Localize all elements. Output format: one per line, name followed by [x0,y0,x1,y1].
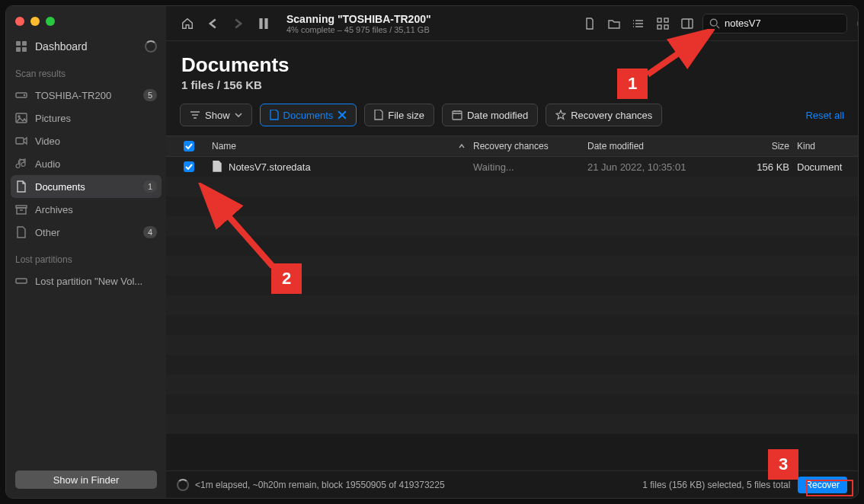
show-in-finder-button[interactable]: Show in Finder [15,471,157,489]
filter-filesize-chip[interactable]: File size [364,104,434,126]
sidebar-item-audio[interactable]: Audio [6,152,166,175]
sidebar: Dashboard Scan results TOSHIBA-TR200 5 P… [6,6,166,498]
back-button[interactable] [203,13,224,34]
svg-rect-11 [16,279,27,283]
row-checkbox[interactable] [174,161,204,172]
minimize-dot[interactable] [30,17,40,26]
home-button[interactable] [177,13,198,34]
col-size[interactable]: Size [725,141,797,152]
footer-spinner-icon [177,479,189,491]
doc-icon [270,110,279,120]
filter-documents-chip[interactable]: Documents [260,104,357,126]
view-folder-button[interactable] [603,13,625,34]
doc-icon [15,180,27,193]
scan-status: Scanning "TOSHIBA-TR200" 4% complete – 4… [286,13,574,34]
filter-bar: Show Documents File size Date modified R… [166,97,858,136]
page-title: Documents [181,53,843,77]
svg-rect-15 [664,18,668,22]
footer-bar: <1m elapsed, ~0h20m remain, block 195509… [166,471,858,498]
annotation-arrow-2 [197,183,280,274]
svg-point-5 [24,94,24,95]
sidebar-item-label: TOSHIBA-TR200 [35,90,111,101]
search-icon [709,18,720,29]
file-icon [212,161,222,173]
svg-rect-3 [22,47,27,52]
svg-rect-16 [658,25,661,29]
filter-recovery-chip[interactable]: Recovery chances [546,104,662,126]
footer-summary: 1 files (156 KB) selected, 5 files total [642,480,790,490]
clear-search-icon[interactable] [857,18,859,29]
filter-date-chip[interactable]: Date modified [442,104,538,126]
row-recovery: Waiting... [473,161,587,173]
svg-point-7 [18,116,20,117]
sidebar-item-archives[interactable]: Archives [6,198,166,221]
sort-asc-icon [458,142,466,150]
scan-spinner-icon [145,40,157,53]
sidebar-item-pictures[interactable]: Pictures [6,107,166,129]
page-subtitle: 1 files / 156 KB [181,78,843,91]
forward-button[interactable] [227,13,248,34]
dashboard-icon [15,40,27,53]
row-date: 21 Jun 2022, 10:35:01 [587,161,725,173]
badge: 5 [143,89,157,101]
app-window: Dashboard Scan results TOSHIBA-TR200 5 P… [5,5,859,499]
dashboard-label: Dashboard [35,40,88,53]
video-icon [15,135,27,147]
svg-point-20 [857,18,859,29]
svg-point-19 [710,19,717,26]
sidebar-dashboard[interactable]: Dashboard [6,35,166,58]
svg-rect-0 [16,41,21,46]
svg-rect-8 [16,138,24,144]
sidebar-item-other[interactable]: Other 4 [6,221,166,244]
col-recovery[interactable]: Recovery chances [473,141,587,152]
svg-rect-21 [453,111,462,120]
search-input[interactable] [725,18,853,29]
annotation-2: 2 [271,263,302,294]
title-block: Documents 1 files / 156 KB [166,41,858,97]
view-doc-button[interactable] [579,13,600,34]
filter-label: Date modified [467,110,528,121]
sidebar-item-label: Documents [35,181,85,193]
pause-button[interactable] [253,13,274,34]
svg-rect-13 [264,18,267,29]
remove-filter-icon[interactable] [338,110,347,120]
filter-icon [190,110,200,120]
search-box[interactable] [702,14,847,33]
row-name: NotesV7.storedata [204,161,473,173]
other-icon [15,226,27,238]
svg-rect-12 [259,18,262,29]
col-kind[interactable]: Kind [797,141,858,152]
show-dropdown[interactable]: Show [180,104,252,126]
svg-rect-1 [22,41,27,46]
annotation-3-box [806,480,853,496]
filter-label: Documents [283,110,334,121]
sidebar-item-toshiba[interactable]: TOSHIBA-TR200 5 [6,84,166,107]
sidebar-item-label: Video [35,136,60,147]
scan-title: Scanning "TOSHIBA-TR200" [286,13,574,25]
reset-all-link[interactable]: Reset all [805,110,844,121]
image-icon [15,112,27,124]
col-name[interactable]: Name [204,141,473,152]
select-all-checkbox[interactable] [174,141,204,152]
svg-line-24 [206,190,273,266]
doc-icon [374,110,383,120]
close-dot[interactable] [15,17,24,26]
svg-rect-10 [17,208,26,214]
window-controls [6,14,166,35]
svg-rect-18 [682,19,693,28]
sidebar-item-lostpartition[interactable]: Lost partition "New Vol... [6,270,166,292]
lost-partitions-header: Lost partitions [6,244,166,270]
star-icon [555,110,566,120]
svg-rect-2 [16,47,21,52]
table-row[interactable]: NotesV7.storedata Waiting... 21 Jun 2022… [166,157,858,177]
row-kind: Document [797,161,858,173]
sidebar-item-video[interactable]: Video [6,129,166,152]
table-header: Name Recovery chances Date modified Size… [166,136,858,157]
col-date[interactable]: Date modified [587,141,725,152]
show-label: Show [205,110,230,121]
archive-icon [15,203,27,215]
sidebar-item-documents[interactable]: Documents 1 [11,175,162,198]
annotation-arrow-1 [646,29,715,79]
zoom-dot[interactable] [46,17,55,26]
sidebar-item-label: Archives [35,204,73,215]
